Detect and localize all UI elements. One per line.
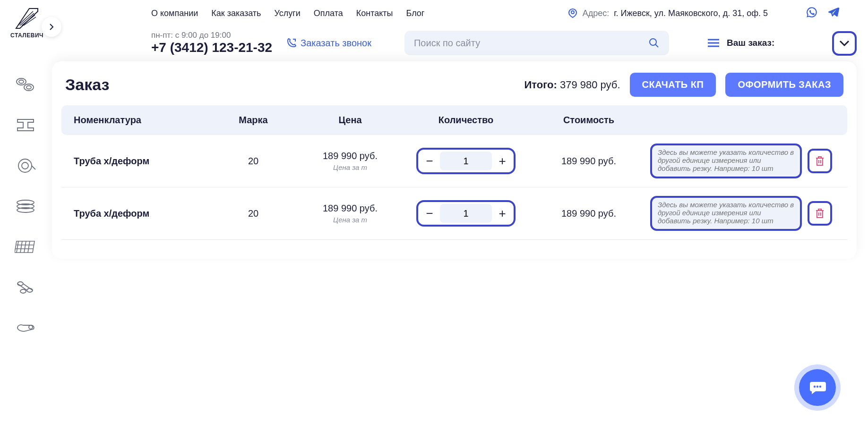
order-total-label: Итого: bbox=[524, 79, 557, 91]
coil-icon bbox=[15, 156, 36, 175]
your-order-label: Ваш заказ: bbox=[727, 38, 774, 48]
sidebar-hardware[interactable] bbox=[12, 314, 39, 342]
chat-button[interactable] bbox=[799, 369, 836, 406]
cell-brand: 20 bbox=[211, 156, 296, 167]
cell-name: Труба х/деформ bbox=[74, 208, 211, 219]
sidebar-pipes[interactable] bbox=[12, 71, 39, 98]
svg-point-13 bbox=[26, 86, 31, 89]
nav-about[interactable]: О компании bbox=[151, 8, 198, 18]
cell-cost: 189 990 руб. bbox=[527, 156, 650, 167]
svg-point-30 bbox=[816, 386, 818, 388]
qty-increment-button[interactable]: + bbox=[492, 150, 513, 172]
price-value: 189 990 руб. bbox=[323, 151, 378, 161]
order-title: Заказ bbox=[65, 76, 109, 94]
quantity-stepper: − + bbox=[416, 200, 516, 227]
qty-decrement-button[interactable]: − bbox=[419, 202, 440, 225]
order-panel: Заказ Итого: 379 980 руб. СКАЧАТЬ КП ОФО… bbox=[52, 61, 857, 259]
svg-line-19 bbox=[17, 241, 18, 253]
address-block: Адрес: г. Ижевск, ул. Маяковского, д. 31… bbox=[567, 8, 768, 18]
beam-icon bbox=[15, 116, 36, 135]
svg-point-28 bbox=[29, 325, 33, 329]
order-table: Номенклатура Марка Цена Количество Стоим… bbox=[61, 105, 847, 240]
delete-row-button[interactable] bbox=[808, 149, 832, 173]
collapse-button[interactable] bbox=[832, 31, 857, 56]
top-header: О компании Как заказать Услуги Оплата Ко… bbox=[0, 0, 868, 26]
submit-order-button[interactable]: ОФОРМИТЬ ЗАКАЗ bbox=[725, 73, 843, 97]
phone-callback-icon bbox=[286, 38, 297, 48]
address-label: Адрес: bbox=[583, 8, 610, 18]
nav-contacts[interactable]: Контакты bbox=[356, 8, 393, 18]
col-brand: Марка bbox=[211, 115, 296, 126]
cell-price: 189 990 руб. Цена за т bbox=[296, 151, 404, 171]
hardware-icon bbox=[15, 319, 36, 338]
rods-icon bbox=[15, 278, 36, 297]
price-value: 189 990 руб. bbox=[323, 203, 378, 213]
search-box[interactable] bbox=[404, 31, 669, 55]
svg-point-26 bbox=[27, 288, 33, 292]
col-qty: Количество bbox=[404, 115, 527, 126]
trash-icon bbox=[815, 155, 825, 167]
svg-point-12 bbox=[24, 84, 34, 91]
qty-input[interactable] bbox=[440, 204, 492, 223]
category-sidebar bbox=[7, 71, 44, 342]
list-icon bbox=[707, 38, 720, 48]
telegram-icon bbox=[827, 6, 840, 18]
order-total-value: 379 980 руб. bbox=[560, 79, 620, 91]
svg-point-29 bbox=[814, 386, 816, 388]
quantity-stepper: − + bbox=[416, 148, 516, 174]
note-input[interactable] bbox=[652, 145, 800, 177]
svg-point-11 bbox=[19, 80, 24, 84]
your-order-badge[interactable]: Ваш заказ: bbox=[707, 38, 774, 48]
main-nav: О компании Как заказать Услуги Оплата Ко… bbox=[151, 8, 424, 18]
col-cost: Стоимость bbox=[527, 115, 650, 126]
address-value: г. Ижевск, ул. Маяковского, д. 31, оф. 5 bbox=[614, 8, 768, 18]
cell-cost: 189 990 руб. bbox=[527, 208, 650, 219]
delete-row-button[interactable] bbox=[808, 201, 832, 226]
qty-decrement-button[interactable]: − bbox=[419, 150, 440, 172]
cell-brand: 20 bbox=[211, 208, 296, 219]
sidebar-rods[interactable] bbox=[12, 274, 39, 301]
nav-blog[interactable]: Блог bbox=[406, 8, 425, 18]
chevron-down-icon bbox=[839, 40, 850, 47]
table-header: Номенклатура Марка Цена Количество Стоим… bbox=[61, 105, 847, 135]
callback-link[interactable]: Заказать звонок bbox=[286, 38, 371, 49]
search-input[interactable] bbox=[414, 38, 648, 49]
social-icons bbox=[806, 6, 840, 20]
search-icon bbox=[648, 37, 660, 49]
sidebar-beams[interactable] bbox=[12, 111, 39, 139]
whatsapp-link[interactable] bbox=[806, 6, 818, 20]
col-price: Цена bbox=[296, 115, 404, 126]
svg-point-25 bbox=[17, 282, 23, 286]
svg-point-31 bbox=[819, 386, 821, 388]
svg-point-4 bbox=[571, 11, 574, 14]
phone-number[interactable]: +7 (3412) 123-21-32 bbox=[151, 40, 272, 55]
chat-icon bbox=[809, 380, 826, 395]
telegram-link[interactable] bbox=[827, 6, 840, 20]
svg-line-22 bbox=[28, 241, 30, 253]
sidebar-rings[interactable] bbox=[12, 193, 39, 220]
price-per: Цена за т bbox=[296, 163, 404, 171]
sidebar-mesh[interactable] bbox=[12, 233, 39, 261]
svg-point-15 bbox=[22, 162, 28, 169]
note-input[interactable] bbox=[652, 198, 800, 229]
download-quote-button[interactable]: СКАЧАТЬ КП bbox=[630, 73, 716, 97]
qty-input[interactable] bbox=[440, 152, 492, 170]
working-hours: пн-пт: с 9:00 до 19:00 bbox=[151, 31, 272, 40]
svg-point-27 bbox=[20, 289, 26, 293]
nav-payment[interactable]: Оплата bbox=[314, 8, 343, 18]
note-field-wrap bbox=[650, 196, 802, 231]
svg-point-10 bbox=[17, 78, 26, 85]
col-name: Номенклатура bbox=[74, 115, 211, 126]
table-row: Труба х/деформ 20 189 990 руб. Цена за т… bbox=[61, 135, 847, 187]
price-per: Цена за т bbox=[296, 216, 404, 224]
ring-stack-icon bbox=[15, 197, 36, 216]
whatsapp-icon bbox=[806, 6, 818, 18]
pipes-icon bbox=[15, 75, 36, 94]
nav-how-to-order[interactable]: Как заказать bbox=[211, 8, 261, 18]
qty-increment-button[interactable]: + bbox=[492, 202, 513, 225]
table-row: Труба х/деформ 20 189 990 руб. Цена за т… bbox=[61, 187, 847, 240]
trash-icon bbox=[815, 208, 825, 219]
nav-services[interactable]: Услуги bbox=[275, 8, 301, 18]
note-field-wrap bbox=[650, 144, 802, 178]
sidebar-coils[interactable] bbox=[12, 152, 39, 179]
